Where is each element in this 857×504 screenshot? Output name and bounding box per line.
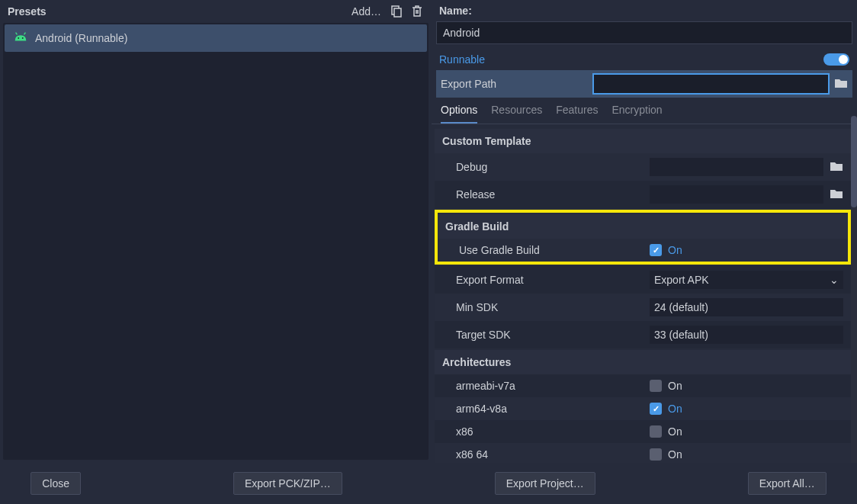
chevron-down-icon: ⌄ [830, 274, 839, 286]
export-all-button[interactable]: Export All… [748, 472, 827, 495]
preset-item-android[interactable]: Android (Runnable) [5, 24, 427, 52]
runnable-toggle[interactable] [823, 53, 849, 66]
tab-features[interactable]: Features [556, 104, 598, 124]
min-sdk-field[interactable]: 24 (default) [650, 298, 843, 316]
add-preset-button[interactable]: Add… [351, 5, 381, 18]
folder-icon[interactable] [830, 188, 843, 201]
x86-64-checkbox[interactable] [650, 448, 662, 461]
folder-icon[interactable] [834, 78, 848, 90]
option-target-sdk: Target SDK 33 (default) [435, 321, 851, 348]
section-gradle-build: Gradle Build [438, 214, 848, 239]
copy-icon[interactable] [389, 5, 403, 18]
svg-point-2 [18, 37, 19, 39]
tab-options[interactable]: Options [441, 104, 477, 124]
target-sdk-field[interactable]: 33 (default) [650, 326, 843, 344]
svg-line-5 [24, 33, 26, 35]
export-project-button[interactable]: Export Project… [495, 472, 595, 495]
name-label: Name: [432, 0, 857, 21]
preset-list: Android (Runnable) [3, 23, 428, 460]
option-x86: x86 On [435, 420, 851, 443]
option-export-format: Export Format Export APK ⌄ [435, 266, 851, 294]
presets-title: Presets [8, 5, 351, 18]
section-custom-template: Custom Template [435, 129, 851, 153]
option-armeabi-v7a: armeabi-v7a On [435, 374, 851, 397]
runnable-label: Runnable [439, 53, 485, 66]
export-format-dropdown[interactable]: Export APK ⌄ [650, 271, 843, 289]
use-gradle-on-label: On [668, 244, 682, 256]
release-template-field[interactable] [650, 185, 823, 204]
folder-icon[interactable] [830, 161, 843, 173]
armeabi-v7a-checkbox[interactable] [650, 380, 662, 392]
scrollbar[interactable] [851, 116, 857, 463]
svg-line-4 [16, 33, 18, 35]
option-release-template: Release [435, 181, 851, 208]
android-icon [12, 30, 27, 46]
arm64-v8a-checkbox[interactable] [650, 403, 662, 415]
section-architectures: Architectures [435, 350, 851, 374]
options-panel: Custom Template Debug Release Gradle Bui… [432, 124, 857, 463]
option-arm64-v8a: arm64-v8a On [435, 397, 851, 420]
gradle-highlight: Gradle Build Use Gradle Build On [435, 210, 851, 265]
export-path-input[interactable] [592, 73, 830, 95]
option-min-sdk: Min SDK 24 (default) [435, 294, 851, 321]
svg-point-3 [22, 37, 24, 39]
tab-encryption[interactable]: Encryption [611, 104, 662, 124]
export-pck-button[interactable]: Export PCK/ZIP… [233, 472, 342, 495]
svg-rect-1 [394, 8, 401, 17]
preset-item-label: Android (Runnable) [35, 32, 127, 44]
option-x86-64: x86 64 On [435, 443, 851, 463]
x86-checkbox[interactable] [650, 425, 662, 438]
trash-icon[interactable] [410, 5, 424, 18]
close-button[interactable]: Close [30, 472, 81, 495]
export-path-label: Export Path [441, 78, 588, 90]
name-input[interactable] [436, 21, 852, 44]
use-gradle-checkbox[interactable] [650, 244, 662, 256]
tab-resources[interactable]: Resources [491, 104, 542, 124]
debug-template-field[interactable] [650, 158, 823, 176]
option-use-gradle-build: Use Gradle Build On [438, 239, 848, 262]
option-debug-template: Debug [435, 153, 851, 181]
